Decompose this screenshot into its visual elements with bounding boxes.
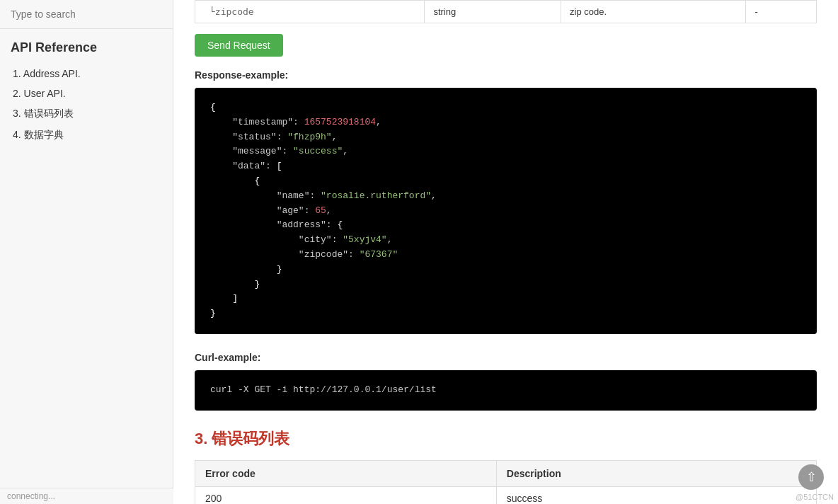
- error-table-header-desc: Description: [496, 460, 816, 486]
- search-area: [0, 0, 173, 29]
- param-table: └zipcode string zip code. -: [195, 0, 817, 23]
- curl-code-block: curl -X GET -i http://127.0.0.1/user/lis…: [195, 370, 817, 411]
- main-content: └zipcode string zip code. - Send Request…: [173, 0, 838, 504]
- sidebar-item-data-dict[interactable]: 4. 数据字典: [7, 125, 166, 146]
- section3-heading: 3. 错误码列表: [195, 428, 817, 449]
- watermark: @51CTCN: [796, 493, 834, 501]
- param-description: zip code.: [561, 1, 746, 23]
- table-row: 200 success: [195, 486, 817, 504]
- table-row: └zipcode string zip code. -: [195, 1, 817, 23]
- curl-example-label: Curl-example:: [195, 352, 817, 363]
- scroll-top-button[interactable]: ⇧: [798, 464, 824, 490]
- status-bar: connecting...: [0, 488, 173, 504]
- sidebar-item-user-api[interactable]: 2. User API.: [7, 84, 166, 103]
- sidebar: API Reference 1. Address API. 2. User AP…: [0, 0, 173, 504]
- param-required: -: [746, 1, 817, 23]
- error-table: Error code Description 200 success: [195, 460, 817, 504]
- response-code-block: { "timestamp": 1657523918104, "status": …: [195, 88, 817, 334]
- response-example-label: Response-example:: [195, 69, 817, 81]
- error-table-header-code: Error code: [195, 460, 497, 486]
- param-name: └zipcode: [195, 1, 425, 23]
- send-request-button[interactable]: Send Request: [195, 34, 283, 57]
- error-code-value: 200: [195, 486, 497, 504]
- sidebar-item-address-api[interactable]: 1. Address API.: [7, 64, 166, 84]
- sidebar-nav: 1. Address API. 2. User API. 3. 错误码列表 4.…: [0, 64, 173, 146]
- sidebar-title: API Reference: [0, 29, 173, 64]
- sidebar-item-error-codes[interactable]: 3. 错误码列表: [7, 103, 166, 125]
- param-type: string: [425, 1, 561, 23]
- error-description-value: success: [496, 486, 816, 504]
- search-input[interactable]: [11, 8, 162, 20]
